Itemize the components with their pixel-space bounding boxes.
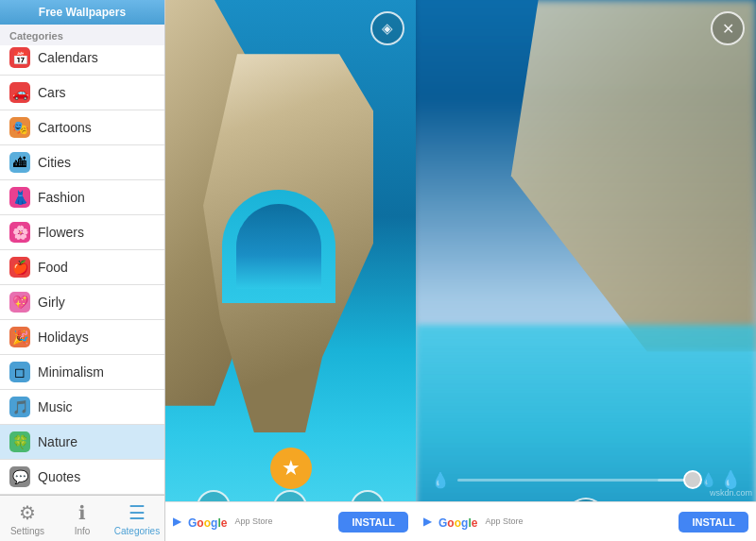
rock-arch: [222, 190, 335, 303]
main-container: Free Wallpapers Categories 🔷3D🎨Abstract🐾…: [0, 0, 756, 541]
middle-panel: ◈ ☰ ↓ ♡ ★: [165, 0, 416, 541]
category-label-girly: Girly: [38, 295, 65, 310]
category-label-holidays: Holidays: [38, 330, 89, 345]
drop-left-icon: 💧: [431, 471, 450, 489]
right-top: ✕: [416, 0, 756, 57]
tab-label-info: Info: [75, 526, 91, 536]
tab-info[interactable]: ℹInfo: [55, 498, 110, 540]
category-icon-cities: 🏙: [9, 152, 30, 173]
right-panel: ✕ 💧 💧 💧 ↓: [416, 0, 756, 541]
sidebar-item-girly[interactable]: 💖Girly: [0, 285, 164, 320]
sidebar-item-minimalism[interactable]: ◻Minimalism: [0, 355, 164, 390]
tab-label-settings: Settings: [10, 526, 44, 536]
install-button-right[interactable]: INSTALL: [679, 512, 748, 533]
category-icon-flowers: 🌸: [9, 222, 30, 243]
category-label-calendars: Calendars: [38, 50, 98, 65]
arch-inner: [236, 204, 321, 289]
slider-row: 💧 💧 💧: [416, 469, 756, 490]
category-label-cars: Cars: [38, 85, 66, 100]
sidebar-item-music[interactable]: 🎵Music: [0, 390, 164, 425]
sidebar-item-calendars[interactable]: 📅Calendars: [0, 45, 164, 76]
app-title-text: Free Wallpapers: [39, 6, 126, 19]
tab-settings[interactable]: ⚙Settings: [0, 498, 55, 540]
close-icon: ✕: [722, 20, 734, 38]
category-icon-girly: 💖: [9, 292, 30, 313]
category-icon-music: 🎵: [9, 397, 30, 417]
sidebar-item-food[interactable]: 🍎Food: [0, 250, 164, 285]
sidebar-item-cities[interactable]: 🏙Cities: [0, 145, 164, 180]
categories-icon: ☰: [129, 501, 146, 524]
drop-right-icon-1: 💧: [700, 472, 716, 487]
category-label-fashion: Fashion: [38, 190, 85, 205]
category-icon-cartoons: 🎭: [9, 117, 30, 138]
ad-banner-middle: ▶ Google App Store INSTALL: [165, 501, 416, 541]
ad-arrow-icon-right: ▶: [423, 516, 431, 528]
tab-categories[interactable]: ☰Categories: [110, 498, 164, 540]
app-title: Free Wallpapers: [0, 0, 164, 25]
tab-label-categories: Categories: [114, 526, 160, 536]
category-icon-fashion: 👗: [9, 187, 30, 208]
star-icon: ★: [282, 456, 301, 481]
category-icon-calendars: 📅: [9, 47, 30, 68]
sidebar-item-fashion[interactable]: 👗Fashion: [0, 180, 164, 215]
category-icon-quotes: 💬: [9, 466, 30, 487]
slider-track[interactable]: [457, 479, 693, 482]
ad-store-label-right: App Store: [485, 516, 523, 527]
right-overlay: ✕ 💧 💧 💧 ↓: [416, 0, 756, 541]
ad-store-label: App Store: [234, 516, 272, 527]
category-icon-holidays: 🎉: [9, 327, 30, 347]
sidebar-item-quotes[interactable]: 💬Quotes: [0, 460, 164, 495]
drop-right-icons: 💧 💧: [700, 469, 741, 490]
sidebar-item-nature[interactable]: 🍀Nature: [0, 425, 164, 460]
settings-icon: ⚙: [19, 501, 36, 524]
sidebar-item-cars[interactable]: 🚗Cars: [0, 76, 164, 110]
star-button[interactable]: ★: [270, 448, 312, 489]
category-icon-nature: 🍀: [9, 431, 30, 452]
sidebar-item-holidays[interactable]: 🎉Holidays: [0, 320, 164, 355]
google-logo-right: Google: [438, 514, 477, 531]
category-label-quotes: Quotes: [38, 469, 80, 484]
category-label-food: Food: [38, 260, 68, 275]
category-icon-food: 🍎: [9, 257, 30, 278]
bottom-tabs: ⚙SettingsℹInfo☰Categories: [0, 495, 164, 541]
category-label-music: Music: [38, 399, 73, 414]
slider-thumb[interactable]: [683, 470, 702, 489]
watermark: wskdn.com: [710, 488, 752, 498]
categories-label: Categories: [9, 30, 63, 42]
close-button[interactable]: ✕: [711, 11, 745, 45]
ad-banner-right: ▶ Google App Store INSTALL: [416, 501, 756, 541]
info-icon: ℹ: [78, 501, 86, 524]
category-label-cartoons: Cartoons: [38, 120, 92, 135]
ad-arrow-icon: ▶: [173, 516, 180, 528]
category-label-minimalism: Minimalism: [38, 364, 104, 380]
sidebar-item-cartoons[interactable]: 🎭Cartoons: [0, 110, 164, 145]
drop-right-icon-2: 💧: [720, 469, 741, 490]
google-logo: Google: [188, 514, 227, 531]
category-icon-cars: 🚗: [9, 82, 30, 103]
category-label-flowers: Flowers: [38, 225, 84, 240]
install-button-middle[interactable]: INSTALL: [338, 512, 408, 533]
categories-header: Categories: [0, 25, 164, 45]
left-panel: Free Wallpapers Categories 🔷3D🎨Abstract🐾…: [0, 0, 165, 541]
sidebar-item-flowers[interactable]: 🌸Flowers: [0, 215, 164, 250]
category-list[interactable]: 🔷3D🎨Abstract🐾Animals🌸Anime⚡Black&Bright📅…: [0, 45, 164, 495]
category-icon-minimalism: ◻: [9, 362, 30, 382]
category-label-cities: Cities: [38, 155, 71, 170]
category-label-nature: Nature: [38, 434, 77, 449]
